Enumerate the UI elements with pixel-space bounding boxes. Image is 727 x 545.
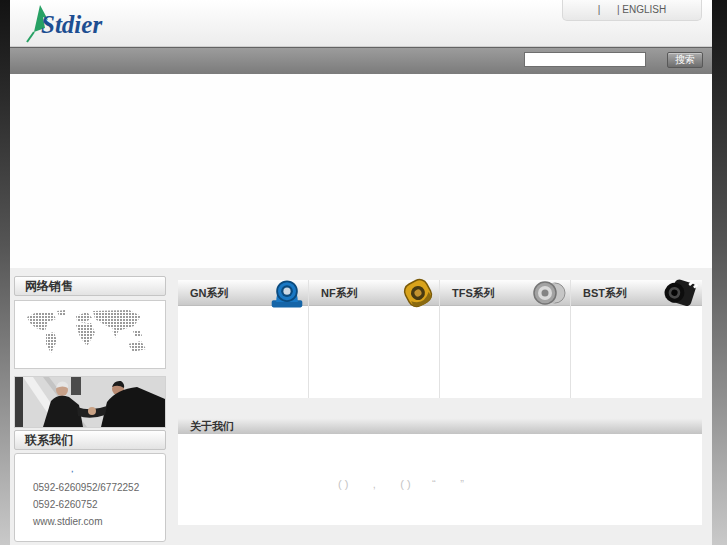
- search-input[interactable]: [524, 52, 646, 67]
- dotted-world-map-icon: [21, 307, 159, 362]
- gn-series-label: GN系列: [190, 287, 229, 299]
- search-bar: 搜索: [10, 47, 712, 74]
- language-switcher[interactable]: | | ENGLISH: [562, 0, 702, 21]
- tab-tfs-series[interactable]: TFS系列: [440, 280, 570, 306]
- sidebar-header-contact-us: 联系我们: [14, 430, 166, 450]
- contact-phone-1: 0592-6260952/6772252: [33, 482, 139, 493]
- tab-bst-series[interactable]: BST系列: [571, 280, 702, 306]
- yellow-flange-bearing-icon: [400, 275, 436, 311]
- site-container: Stdier | | ENGLISH 搜索 网络销售: [10, 0, 712, 545]
- tfs-series-label: TFS系列: [452, 287, 495, 299]
- tab-nf-series[interactable]: NF系列: [309, 280, 439, 306]
- page-header: Stdier | | ENGLISH: [10, 0, 712, 47]
- black-roller-bearing-icon: [663, 275, 699, 311]
- businessmen-handshake-photo: [15, 377, 165, 427]
- handshake-photo-box: [14, 376, 166, 428]
- steel-bearing-icon: [531, 275, 567, 311]
- nf-series-label: NF系列: [321, 287, 358, 299]
- product-series-tfs: TFS系列: [440, 280, 571, 398]
- tab-gn-series[interactable]: GN系列: [178, 280, 308, 306]
- product-series-row: GN系列 NF系列: [178, 280, 702, 398]
- product-series-nf: NF系列: [309, 280, 440, 398]
- world-map-box: [14, 300, 166, 369]
- contact-phone-2: 0592-6260752: [33, 499, 98, 510]
- stdier-logo[interactable]: Stdier: [26, 3, 146, 43]
- about-us-header: 关于我们: [178, 418, 702, 434]
- product-series-bst: BST系列: [571, 280, 702, 398]
- about-us-text: ( ) , ( ) “ ”: [338, 478, 464, 490]
- sidebar-header-network-sales: 网络销售: [14, 276, 166, 296]
- contact-note: ，: [67, 462, 77, 476]
- blue-pillow-block-bearing-icon: [269, 275, 305, 311]
- logo-text: Stdier: [41, 11, 102, 39]
- contact-card: ， 0592-6260952/6772252 0592-6260752 www.…: [14, 453, 166, 542]
- search-button[interactable]: 搜索: [667, 52, 703, 68]
- contact-website-link[interactable]: www.stdier.com: [33, 516, 102, 527]
- about-us-body: ( ) , ( ) “ ”: [178, 434, 702, 525]
- bst-series-label: BST系列: [583, 287, 627, 299]
- product-series-gn: GN系列: [178, 280, 309, 398]
- banner-placeholder: [10, 74, 712, 268]
